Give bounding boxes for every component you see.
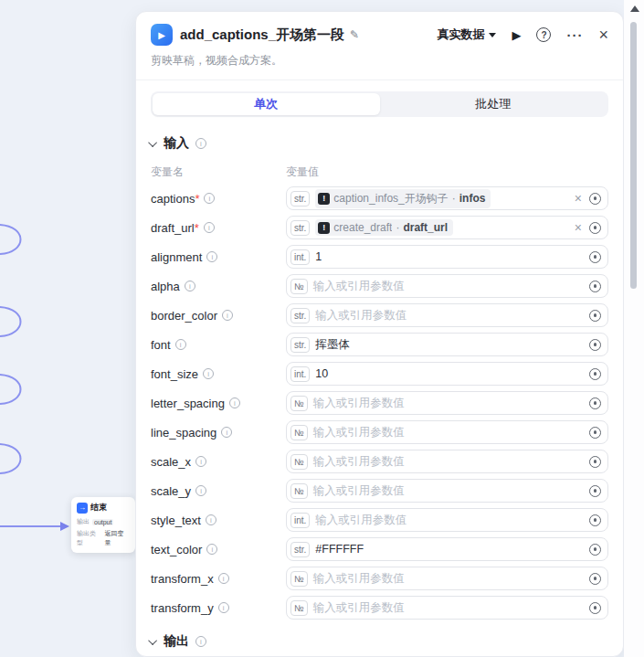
info-icon [206,251,217,262]
reference-toggle-icon[interactable] [589,514,601,526]
tab-single-run[interactable]: 单次 [153,93,380,115]
param-value-input[interactable]: str. #FFFFFF [286,537,608,561]
chevron-down-icon [148,138,157,147]
type-badge: № [290,600,308,616]
tab-batch[interactable]: 批处理 [380,93,607,115]
reference-toggle-icon[interactable] [589,368,601,380]
param-value-input[interactable]: № 输入或引用参数值 [286,450,608,473]
type-badge: № [290,396,308,411]
param-value-input[interactable]: int. 1 [286,245,608,269]
param-value-input[interactable]: № 输入或引用参数值 [286,596,608,620]
info-icon [206,514,216,525]
param-value-input[interactable]: str. 输入或引用参数值 [286,303,608,327]
info-icon [185,281,195,291]
info-icon [195,456,206,467]
reference-toggle-icon[interactable] [589,310,601,322]
info-icon [206,544,217,555]
reference-toggle-icon[interactable] [589,222,601,234]
info-icon [229,397,240,408]
end-node-output-row: 输出 output [77,517,130,526]
help-icon[interactable]: ? [536,27,551,42]
scrollbar[interactable] [624,0,644,657]
required-asterisk: * [195,192,199,206]
param-row: text_color str. #FFFFFF [151,535,608,564]
data-mode-dropdown[interactable]: 真实数据 [437,26,496,43]
output-section-header[interactable]: 输出 [151,633,608,650]
param-row: border_color str. 输入或引用参数值 [151,301,608,330]
info-icon [195,636,206,647]
info-icon [222,310,233,321]
param-value-input[interactable]: int. 输入或引用参数值 [286,508,608,532]
type-badge: str. [290,542,310,557]
param-value-input[interactable]: int. 10 [286,362,608,386]
value-text: 输入或引用参数值 [313,571,405,587]
param-name: font [151,338,171,352]
param-value-input[interactable]: № 输入或引用参数值 [286,479,608,503]
reference-toggle-icon[interactable] [589,339,601,351]
reference-toggle-icon[interactable] [589,281,601,292]
value-text: 输入或引用参数值 [313,396,405,411]
value-text: 输入或引用参数值 [313,425,405,440]
param-row: style_text int. 输入或引用参数值 [151,505,608,535]
run-button[interactable]: ▶ [512,28,521,42]
type-badge: № [290,483,308,499]
param-value-input[interactable]: str. 挥墨体 [286,333,608,356]
param-row: scale_x № 输入或引用参数值 [151,447,608,476]
reference-chip[interactable]: ! create_draft · draft_url [315,219,453,236]
type-badge: str. [290,191,310,207]
info-icon [204,222,215,233]
type-badge: str. [290,308,310,323]
reference-toggle-icon[interactable] [589,193,601,205]
panel-header: ▶ add_captions_开场第一段 ✎ 真实数据 ▶ ? ··· × 剪映… [136,12,623,80]
reference-toggle-icon[interactable] [589,397,601,409]
param-name: border_color [151,309,217,323]
value-text: 挥墨体 [315,337,350,353]
param-value-input[interactable]: str. ! caption_infos_开场钩子 · infos × [286,186,608,210]
info-icon [175,339,186,350]
param-value-input[interactable]: № 输入或引用参数值 [286,420,608,444]
end-node-type-row: 输出类型 返回变量 [77,529,130,547]
chevron-down-icon [148,636,157,645]
reference-toggle-icon[interactable] [589,602,601,614]
type-badge: str. [290,220,310,236]
param-name: alignment [151,250,202,264]
chevron-down-icon [489,33,496,37]
close-icon[interactable]: × [598,26,608,43]
type-badge: int. [290,249,310,265]
scrollbar-thumb[interactable] [630,22,637,289]
value-text: 输入或引用参数值 [313,483,405,499]
reference-toggle-icon[interactable] [589,573,601,585]
param-value-input[interactable]: № 输入或引用参数值 [286,391,608,415]
info-icon [218,602,229,613]
reference-toggle-icon[interactable] [589,251,601,263]
more-menu-icon[interactable]: ··· [566,27,583,43]
info-icon [204,193,215,204]
param-name: draft_url [151,221,195,235]
reference-toggle-icon[interactable] [589,485,601,497]
end-node-card[interactable]: → 结束 输出 output 输出类型 返回变量 [71,497,135,553]
end-node-title: 结束 [90,502,107,514]
reference-chip[interactable]: ! caption_infos_开场钩子 · infos [315,189,491,208]
ref-node-icon: ! [318,222,330,234]
columns-header: 变量名 变量值 [151,164,608,180]
param-value-input[interactable]: № 输入或引用参数值 [286,567,608,590]
param-name: letter_spacing [151,397,225,410]
reference-toggle-icon[interactable] [589,544,601,556]
reference-toggle-icon[interactable] [589,456,601,468]
type-badge: № [290,279,308,294]
info-icon [203,368,214,379]
input-section-header[interactable]: 输入 [151,135,608,152]
value-text: 10 [315,367,328,380]
reference-toggle-icon[interactable] [589,427,601,439]
ref-node-name: create_draft [333,221,392,234]
scroll-up-arrow-icon[interactable] [630,5,639,12]
remove-icon[interactable]: × [575,192,582,205]
edit-title-icon[interactable]: ✎ [350,28,359,41]
type-badge: int. [290,513,310,528]
param-name: transform_y [151,601,214,615]
param-value-input[interactable]: № 输入或引用参数值 [286,274,608,298]
param-name: transform_x [151,572,214,586]
param-value-input[interactable]: str. ! create_draft · draft_url × [286,216,608,239]
node-subtitle: 剪映草稿，视频合成方案。 [151,53,608,69]
remove-icon[interactable]: × [575,221,582,234]
